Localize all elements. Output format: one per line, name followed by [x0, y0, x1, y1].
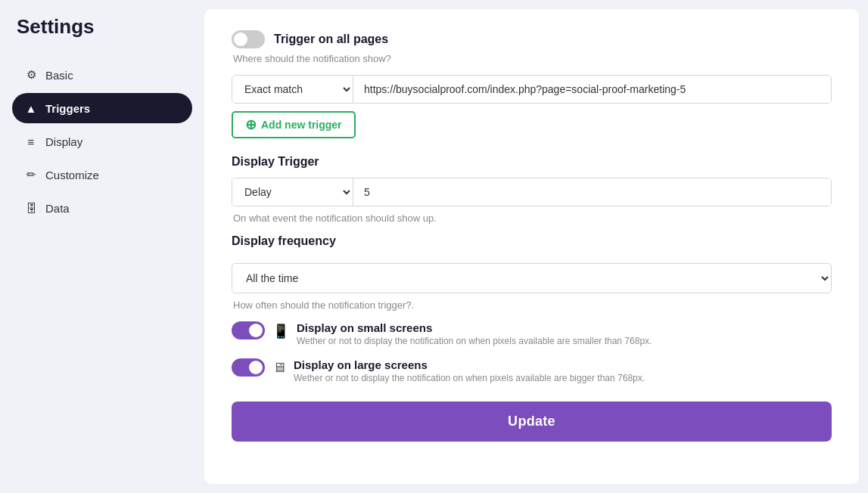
mobile-icon: 📱 [272, 323, 289, 340]
small-screen-toggle[interactable] [232, 321, 265, 340]
trigger-all-pages-label: Trigger on all pages [274, 33, 388, 46]
customize-icon: ✏ [24, 168, 38, 181]
triggers-icon: ▲ [24, 101, 38, 115]
sidebar-item-label: Customize [45, 169, 99, 181]
display-trigger-input[interactable] [353, 178, 831, 206]
sidebar-item-basic[interactable]: ⚙ Basic [12, 60, 192, 90]
display-trigger-row: Delay Scroll Exit intent [232, 178, 832, 206]
sidebar-item-label: Display [45, 135, 82, 148]
update-button[interactable]: Update [232, 402, 832, 442]
large-screen-row: 🖥 Display on large screens Wether or not… [232, 358, 832, 383]
data-icon: 🗄 [24, 201, 38, 215]
large-screen-subtext: Wether or not to display the notificatio… [294, 373, 645, 383]
sidebar: Settings ⚙ Basic ▲ Triggers ≡ Display ✏ … [0, 0, 204, 493]
display-trigger-subtext: On what event the notification should sh… [232, 212, 832, 224]
display-trigger-title: Display Trigger [232, 155, 832, 169]
page-title: Settings [12, 15, 192, 39]
sidebar-item-label: Triggers [45, 102, 90, 115]
sidebar-item-triggers[interactable]: ▲ Triggers [12, 93, 192, 123]
display-frequency-subtext: How often should the notification trigge… [232, 299, 832, 311]
plus-circle-icon: ⊕ [245, 118, 257, 132]
sidebar-item-customize[interactable]: ✏ Customize [12, 160, 192, 190]
display-trigger-select[interactable]: Delay Scroll Exit intent [232, 178, 353, 206]
add-trigger-label: Add new trigger [261, 119, 342, 131]
sidebar-item-label: Data [45, 202, 70, 215]
trigger-url-input[interactable] [353, 76, 831, 103]
exact-match-select[interactable]: Exact match Contains Starts with Ends wi… [232, 76, 353, 103]
small-screen-row: 📱 Display on small screens Wether or not… [232, 321, 832, 346]
small-screen-subtext: Wether or not to display the notificatio… [297, 336, 652, 346]
desktop-icon: 🖥 [272, 360, 286, 376]
trigger-all-pages-toggle[interactable] [232, 30, 265, 48]
toggle-slider-off[interactable] [232, 30, 265, 48]
sidebar-item-data[interactable]: 🗄 Data [12, 193, 192, 223]
main-content: Trigger on all pages Where should the no… [204, 9, 859, 484]
sidebar-item-label: Basic [45, 69, 73, 82]
display-icon: ≡ [24, 135, 38, 148]
trigger-all-pages-row: Trigger on all pages [232, 30, 832, 48]
gear-icon: ⚙ [24, 68, 38, 82]
small-screen-label: Display on small screens [297, 321, 652, 334]
trigger-match-row: Exact match Contains Starts with Ends wi… [232, 75, 832, 104]
large-screen-info: Display on large screens Wether or not t… [294, 358, 645, 383]
display-frequency-title: Display frequency [232, 234, 832, 248]
small-screen-info: Display on small screens Wether or not t… [297, 321, 652, 346]
large-screen-slider[interactable] [232, 358, 265, 377]
trigger-all-pages-subtext: Where should the notification show? [232, 53, 832, 64]
sidebar-item-display[interactable]: ≡ Display [12, 126, 192, 157]
add-trigger-button[interactable]: ⊕ Add new trigger [232, 111, 356, 138]
small-screen-slider[interactable] [232, 321, 265, 340]
display-frequency-select[interactable]: All the time Once per session Once per d… [232, 263, 832, 293]
large-screen-label: Display on large screens [294, 358, 645, 371]
large-screen-toggle[interactable] [232, 358, 265, 377]
